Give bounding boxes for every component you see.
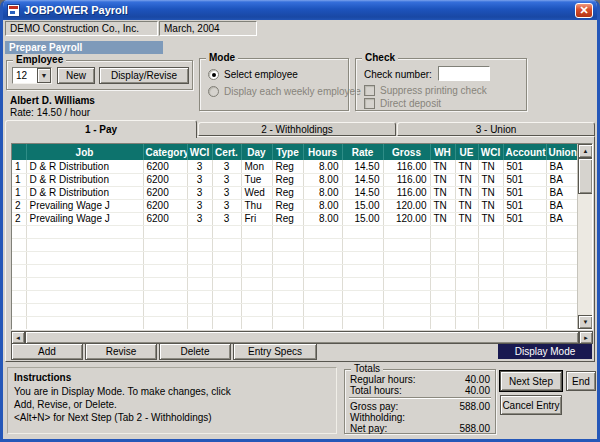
grid-cell [430, 277, 455, 290]
revise-button[interactable]: Revise [85, 343, 157, 360]
column-header[interactable]: WH [430, 144, 455, 160]
radio-display-each-weekly-label: Display each weekly employee [224, 86, 361, 97]
grid-cell [187, 277, 212, 290]
grid-empty-row[interactable] [12, 303, 578, 316]
grid-cell [430, 264, 455, 277]
end-button[interactable]: End [566, 371, 596, 391]
grid-cell [342, 277, 383, 290]
grid-cell: 1 [12, 173, 26, 186]
total-row: Regular hours: 40.00 [345, 374, 495, 385]
display-revise-button[interactable]: Display/Revise [99, 67, 189, 84]
grid-cell [12, 251, 26, 264]
grid-empty-row[interactable] [12, 290, 578, 303]
grid-row[interactable]: 2Prevailing Wage J620033ThuReg8.0015.001… [12, 199, 578, 212]
grid-cell [187, 238, 212, 251]
column-header[interactable]: Day [241, 144, 272, 160]
grid-cell [342, 303, 383, 316]
add-button[interactable]: Add [11, 343, 83, 360]
grid-cell: D & R Distribution [26, 173, 143, 186]
next-step-button[interactable]: Next Step [500, 371, 562, 391]
grid-cell [546, 277, 578, 290]
column-header[interactable]: Rate [342, 144, 383, 160]
grid-cell [212, 290, 241, 303]
grid-cell [546, 303, 578, 316]
checkbox-icon[interactable] [364, 85, 375, 96]
instructions-panel: Instructions You are in Display Mode. To… [7, 367, 337, 434]
grid-header-row: JobCategoryWCICert.DayTypeHoursRateGross… [12, 144, 578, 160]
radio-icon[interactable] [208, 69, 219, 80]
grid-empty-row[interactable] [12, 277, 578, 290]
grid-row[interactable]: 1D & R Distribution620033WedReg8.0014.50… [12, 186, 578, 199]
checkbox-suppress-printing-label: Suppress printing check [380, 85, 487, 96]
grid-cell [241, 264, 272, 277]
pay-table: JobCategoryWCICert.DayTypeHoursRateGross… [12, 144, 579, 330]
close-icon[interactable]: ✕ [575, 3, 593, 18]
grid-cell [383, 225, 430, 238]
radio-display-each-weekly[interactable]: Display each weekly employee [208, 86, 361, 97]
grid-row[interactable]: 1D & R Distribution620033MonReg8.0014.50… [12, 160, 578, 173]
grid-cell: TN [430, 186, 455, 199]
employee-group-legend: Employee [13, 54, 66, 66]
scroll-up-icon[interactable]: ▲ [578, 144, 593, 158]
grid-cell [303, 277, 342, 290]
column-header[interactable]: Category [143, 144, 187, 160]
totals-divider [349, 397, 491, 399]
grid-cell [12, 290, 26, 303]
totals-group: Totals Regular hours: 40.00 Total hours:… [344, 369, 496, 434]
checkbox-icon[interactable] [364, 98, 375, 109]
checkbox-direct-deposit[interactable]: Direct deposit [364, 98, 441, 109]
column-header[interactable]: Gross [383, 144, 430, 160]
column-header[interactable]: Union [546, 144, 578, 160]
column-header[interactable]: Hours [303, 144, 342, 160]
grid-empty-row[interactable] [12, 238, 578, 251]
grid-cell [212, 303, 241, 316]
grid-cell: BA [546, 160, 578, 173]
employee-number-select[interactable]: 12 ▼ [12, 67, 52, 84]
cancel-entry-button[interactable]: Cancel Entry [500, 395, 562, 415]
tab-withholdings[interactable]: 2 - Withholdings [198, 122, 396, 136]
column-header[interactable]: Type [272, 144, 303, 160]
total-label: Gross pay: [350, 401, 398, 412]
column-header[interactable]: Job [26, 144, 143, 160]
radio-icon[interactable] [208, 86, 219, 97]
checkbox-suppress-printing[interactable]: Suppress printing check [364, 85, 487, 96]
vertical-scroll-thumb[interactable] [578, 158, 593, 194]
entry-specs-button[interactable]: Entry Specs [233, 343, 317, 360]
column-header[interactable]: UE [455, 144, 478, 160]
employee-group: Employee 12 ▼ New Display/Revise [6, 60, 193, 90]
grid-cell [303, 264, 342, 277]
grid-row[interactable]: 1D & R Distribution620033TueReg8.0014.50… [12, 173, 578, 186]
grid-empty-row[interactable] [12, 251, 578, 264]
grid-cell: TN [455, 199, 478, 212]
vertical-scrollbar[interactable]: ▲ ▼ [577, 144, 592, 329]
grid-cell: 3 [212, 186, 241, 199]
grid-cell [303, 225, 342, 238]
column-header[interactable]: Account [503, 144, 546, 160]
delete-button[interactable]: Delete [159, 343, 231, 360]
scroll-right-icon[interactable]: ► [579, 331, 593, 344]
grid-cell: 15.00 [342, 199, 383, 212]
grid-empty-row[interactable] [12, 225, 578, 238]
grid-cell [546, 251, 578, 264]
grid-empty-row[interactable] [12, 316, 578, 329]
grid-empty-row[interactable] [12, 264, 578, 277]
grid-cell: Fri [241, 212, 272, 225]
grid-cell [241, 303, 272, 316]
tab-union[interactable]: 3 - Union [397, 122, 595, 136]
scroll-down-icon[interactable]: ▼ [578, 315, 593, 329]
column-header[interactable]: WCI [187, 144, 212, 160]
check-number-input[interactable] [438, 66, 490, 81]
column-header[interactable]: WCI [478, 144, 503, 160]
grid-cell: 3 [212, 160, 241, 173]
chevron-down-icon[interactable]: ▼ [37, 68, 51, 83]
grid-cell [478, 264, 503, 277]
new-button[interactable]: New [57, 67, 95, 84]
tab-pay[interactable]: 1 - Pay [5, 120, 197, 138]
grid-cell [430, 316, 455, 329]
column-header[interactable]: Cert. [212, 144, 241, 160]
company-name: DEMO Construction Co., Inc. [5, 21, 158, 36]
grid-cell [455, 277, 478, 290]
column-header[interactable] [12, 144, 26, 160]
grid-row[interactable]: 2Prevailing Wage J620033FriReg8.0015.001… [12, 212, 578, 225]
radio-select-employee[interactable]: Select employee [208, 69, 298, 80]
